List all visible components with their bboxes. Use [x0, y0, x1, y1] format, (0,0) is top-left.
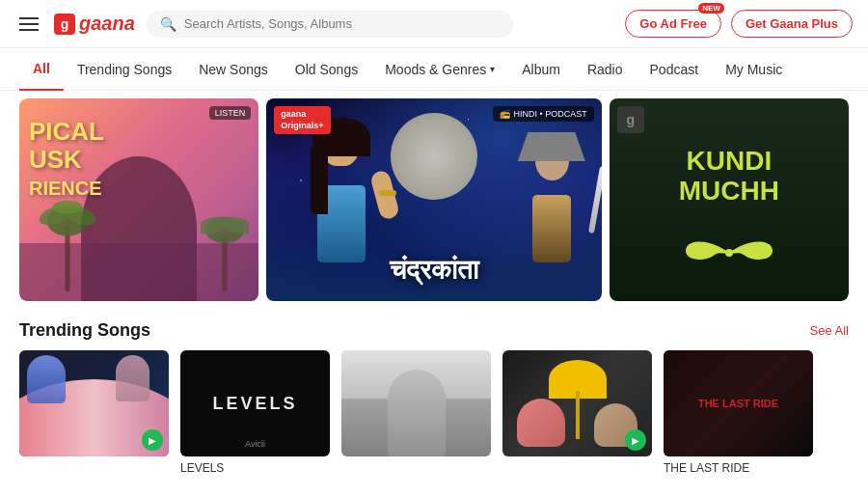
song-label-2: LEVELS	[180, 461, 330, 475]
thumb-levels-bg: LEVELS Avicii	[180, 350, 330, 456]
nav-item-moods-genres[interactable]: Moods & Genres ▾	[371, 48, 508, 91]
hero-card-kundimuchh[interactable]: g KUNDI MUCHH	[610, 98, 849, 301]
hindi-podcast-badge: 📻 HINDI • PODCAST	[493, 106, 594, 122]
go-ad-free-button[interactable]: Go Ad Free NEW	[625, 10, 721, 38]
song-card-3[interactable]	[341, 350, 491, 475]
gaana-originals-badge: gaanaOriginals+	[274, 106, 330, 134]
listen-label: LISTEN	[209, 106, 252, 120]
nav-item-new-songs[interactable]: New Songs	[185, 48, 282, 91]
trending-section-title: Trending Songs	[19, 320, 150, 341]
song-thumb-3	[341, 350, 491, 456]
get-gaana-plus-button[interactable]: Get Gaana Plus	[731, 10, 853, 38]
nav-item-podcast[interactable]: Podcast	[637, 48, 713, 91]
logo-name: gaana	[79, 13, 135, 35]
song-card-5[interactable]: THE LAST RIDE THE LAST RIDE	[664, 350, 813, 475]
gaana-g-logo: g	[617, 106, 644, 133]
song-card-2[interactable]: LEVELS Avicii LEVELS	[180, 350, 330, 475]
hero-card-chandrakanta[interactable]: gaanaOriginals+ 📻 HINDI • PODCAST चंद्रक…	[266, 98, 602, 301]
nav-item-old-songs[interactable]: Old Songs	[282, 48, 371, 91]
levels-text: LEVELS	[212, 394, 297, 414]
search-input[interactable]	[184, 16, 500, 31]
nav-item-trending[interactable]: Trending Songs	[64, 48, 185, 91]
hamburger-menu-button[interactable]	[15, 14, 42, 35]
hero-card-tropical[interactable]: PICALUSKRIENCE LISTEN	[19, 98, 258, 301]
song-card-1[interactable]: ▶	[19, 350, 169, 475]
chandrakanta-figure	[293, 118, 399, 262]
hero-section: PICALUSKRIENCE LISTEN	[19, 98, 849, 301]
kundimuchh-title: KUNDI MUCHH	[679, 147, 779, 207]
trending-header: Trending Songs See All	[19, 320, 849, 341]
mustache-icon	[681, 234, 777, 272]
play-button-1[interactable]: ▶	[142, 429, 163, 451]
song-thumb-1: ▶	[19, 350, 169, 456]
levels-content: LEVELS Avicii	[212, 394, 297, 414]
song-thumb-4: ▶	[502, 350, 652, 456]
header-right: Go Ad Free NEW Get Gaana Plus	[625, 10, 853, 38]
song-thumb-2: LEVELS Avicii	[180, 350, 330, 456]
nav-bar: All Trending Songs New Songs Old Songs M…	[0, 48, 868, 91]
nav-item-radio[interactable]: Radio	[574, 48, 637, 91]
logo[interactable]: g gaana	[54, 13, 135, 35]
thumb-lastride-bg: THE LAST RIDE	[664, 350, 813, 456]
search-bar: 🔍	[147, 11, 513, 38]
header: g gaana 🔍 Go Ad Free NEW Get Gaana Plus	[0, 0, 868, 48]
lastride-title: THE LAST RIDE	[698, 398, 778, 409]
trending-cards: ▶ LEVELS Avicii LEVELS	[19, 350, 849, 475]
levels-subtext: Avicii	[180, 439, 330, 449]
song-thumb-5: THE LAST RIDE	[664, 350, 813, 456]
trending-section: Trending Songs See All ▶ LEVELS	[0, 309, 868, 483]
song-label-5: THE LAST RIDE	[664, 461, 813, 475]
nav-item-my-music[interactable]: My Music	[712, 48, 796, 91]
bw-figure	[388, 370, 446, 456]
play-button-4[interactable]: ▶	[625, 429, 646, 451]
hindi-podcast-label: HINDI • PODCAST	[514, 109, 587, 119]
logo-g-icon: g	[54, 14, 75, 35]
moon-icon	[391, 113, 477, 200]
podcast-icon: 📻	[500, 109, 510, 119]
see-all-link[interactable]: See All	[810, 323, 849, 338]
chandrakanta-title: चंद्रकांता	[390, 255, 478, 287]
search-icon: 🔍	[160, 16, 176, 32]
svg-point-9	[725, 249, 733, 257]
new-badge: NEW	[698, 3, 724, 14]
song-card-4[interactable]: ▶	[502, 350, 652, 475]
svg-point-4	[53, 201, 83, 214]
thumb-bw-bg	[341, 350, 491, 456]
chevron-down-icon: ▾	[490, 64, 495, 74]
nav-item-album[interactable]: Album	[508, 48, 574, 91]
nav-item-all[interactable]: All	[19, 48, 64, 91]
warrior-figure	[518, 137, 595, 262]
